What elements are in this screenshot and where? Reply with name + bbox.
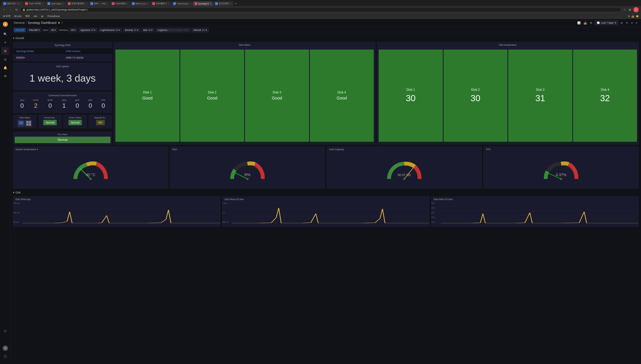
tab-label-t2: Ceph OSD部	[29, 2, 41, 5]
bookmark-prometheus[interactable]: Prometheus	[47, 14, 61, 18]
syno-value: All	[51, 29, 54, 32]
variable-influxdb-select[interactable]: InfluxDB ▾	[27, 28, 41, 32]
sidebar-item-help[interactable]: ?	[2, 353, 9, 360]
interface-select[interactable]: All ▾	[69, 28, 77, 32]
tab-t1[interactable]: 我的文档 - U ×	[2, 1, 23, 6]
tab-t2[interactable]: Ceph OSD部 ×	[23, 1, 45, 6]
bookmark-go[interactable]: go	[40, 14, 44, 18]
used-capacity-panel: Used Capacity 80.97 GB	[327, 146, 482, 189]
chrome-profile-avatar[interactable]: C	[633, 7, 639, 12]
sidebar-item-search[interactable]: 🔍	[2, 30, 9, 38]
ram-panel: Ram 6%	[170, 146, 325, 189]
appname-select[interactable]: Appname All ▾	[79, 28, 97, 32]
ext-icon-2[interactable]: 📤	[631, 15, 634, 18]
refresh-button[interactable]: ↻	[625, 20, 629, 25]
extensions-button[interactable]: ⊞	[628, 8, 632, 12]
system-temp-label: System temperature	[16, 148, 36, 151]
reload-button[interactable]: ↻	[15, 8, 19, 12]
grafana-logo[interactable]	[2, 20, 9, 28]
graph-icon[interactable]: 📊	[576, 20, 581, 25]
tab-t8[interactable]: 添加/删除 C ×	[150, 1, 171, 6]
tab-favicon-t7	[132, 2, 135, 5]
tab-close-t10[interactable]: ×	[210, 2, 211, 5]
sidebar-item-explore[interactable]: ◎	[2, 56, 9, 63]
share-button[interactable]: 📤	[583, 20, 587, 25]
sidebar-item-shield[interactable]: 🛡	[2, 328, 9, 335]
tab-close-t8[interactable]: ×	[168, 2, 169, 5]
sidebar-item-add[interactable]: +	[2, 39, 9, 46]
disk1-status: Good	[142, 96, 153, 100]
tab-favicon-t1	[4, 2, 6, 5]
fan-label: Fan status	[15, 133, 110, 136]
disk1-temp-card: Disk 1 30	[379, 50, 443, 142]
tab-close-t9[interactable]: ×	[189, 2, 190, 5]
severity-value: All	[134, 29, 136, 32]
tab-t10[interactable]: Synology D ×	[193, 1, 213, 6]
ext-icon-1[interactable]: ⊟	[628, 15, 630, 18]
refresh-interval-button[interactable]: ▾	[630, 20, 633, 25]
interval-select[interactable]: Interval 1m ▾	[192, 28, 208, 32]
bookmark-apps[interactable]: ⊞ 应用	[2, 14, 11, 18]
ext-icon-3[interactable]: ⭐	[636, 15, 639, 18]
syno-select[interactable]: All ▾	[49, 28, 57, 32]
tab-t11[interactable]: 有没有用白 ×	[213, 1, 233, 6]
sidebar-item-alerting[interactable]: 🔔	[2, 64, 9, 72]
logquery-select[interactable]: LogQuery Enter variable value	[156, 28, 190, 32]
forward-button[interactable]: →	[9, 8, 13, 12]
tab-favicon-t8	[152, 2, 155, 5]
disk-select[interactable]: disk All ▾	[142, 28, 154, 32]
disk-write-io-chart: 50 s 40 s 30 s 20 s 10 s	[431, 202, 638, 227]
tab-close-t11[interactable]: ×	[230, 2, 231, 5]
tab-close-t1[interactable]: ×	[20, 2, 21, 5]
y-label-40s: 40 s	[431, 207, 435, 209]
disk-write-iops-panel: Disk Write iops 150 io/s 100 io/s 50 io/…	[13, 196, 220, 227]
tab-t6[interactable]: ImgKb图床 ×	[110, 1, 130, 6]
severity-select[interactable]: Severity All ▾	[123, 28, 140, 32]
loghostname-select[interactable]: LogHostname All ▾	[99, 28, 122, 32]
disk-status-wrapper: Disk Status Disk 1 Good Disk 2 Good Disk…	[114, 42, 376, 145]
url-bar[interactable]: 🔒 grafana.frps.cn/d/TlcL1_ezk22/synology…	[20, 8, 621, 12]
tab-t4[interactable]: 部署元数据库 ×	[66, 1, 88, 6]
tab-close-t7[interactable]: ×	[147, 2, 148, 5]
bookmark-button[interactable]: ☆	[622, 8, 627, 12]
tab-t7[interactable]: Before you ×	[130, 1, 150, 6]
nas-title-text: Synology NAS	[55, 44, 71, 46]
appname-label: Appname	[80, 29, 90, 32]
disk-read-io-chart: 1.50 s 1 s 500 ms	[222, 202, 429, 227]
time-picker[interactable]: 🕐 Last 7 days ▾	[595, 20, 618, 25]
zoom-out-button[interactable]: ⊖	[620, 20, 624, 25]
system-temp-title: System temperature ▾	[13, 146, 168, 152]
tab-t5[interactable]: 架构 — Cep ×	[89, 1, 110, 6]
tab-favicon-t4	[68, 2, 71, 5]
browser-chrome: 我的文档 - U × Ceph OSD部 × ceph-deplo × 部署元数…	[0, 0, 641, 19]
bookmark-i4t[interactable]: i4t.com	[13, 14, 22, 18]
plus-icon: +	[4, 40, 7, 45]
disk-section-header[interactable]: ▾ Disk	[13, 190, 639, 195]
overall-left: Synology NAS Synology Model DSM Version	[13, 42, 112, 145]
sidebar-toggle-button[interactable]: ≡	[635, 20, 638, 25]
nas-info-table: Synology Model DSM Version DS920+ DSM 7.…	[13, 48, 112, 61]
breadcrumb-general[interactable]: General	[14, 21, 25, 24]
settings-button[interactable]: ⚙	[589, 20, 593, 25]
bookmark-projects[interactable]: 项目	[25, 14, 31, 18]
tab-favicon-t9	[173, 2, 176, 5]
back-button[interactable]: ←	[2, 8, 7, 12]
bookmark-ukx[interactable]: ukx	[33, 14, 38, 18]
sidebar-item-avatar[interactable]	[2, 344, 9, 352]
share-icon[interactable]: ⤴	[62, 21, 63, 24]
tab-close-t6[interactable]: ×	[127, 2, 128, 5]
tab-label-t3: ceph-deplo	[51, 2, 62, 5]
tab-label-t10: Synology D	[198, 2, 209, 5]
tab-close-t4[interactable]: ×	[85, 2, 86, 5]
variable-influxdb-button[interactable]: InfluxDB	[14, 28, 26, 32]
tab-t9[interactable]: Transmissio ×	[171, 1, 192, 6]
sidebar-item-dashboards[interactable]: ⊞	[2, 47, 9, 55]
tab-close-t5[interactable]: ×	[106, 2, 107, 5]
tab-close-t2[interactable]: ×	[42, 2, 43, 5]
tab-close-t3[interactable]: ×	[62, 2, 64, 5]
tab-t3[interactable]: ceph-deplo ×	[46, 1, 66, 6]
new-tab-button[interactable]: +	[234, 2, 238, 6]
star-icon[interactable]: ★	[58, 21, 60, 24]
sidebar-item-settings[interactable]: ⚙	[2, 72, 9, 80]
overall-section-header[interactable]: ▾ Overall	[13, 36, 639, 40]
